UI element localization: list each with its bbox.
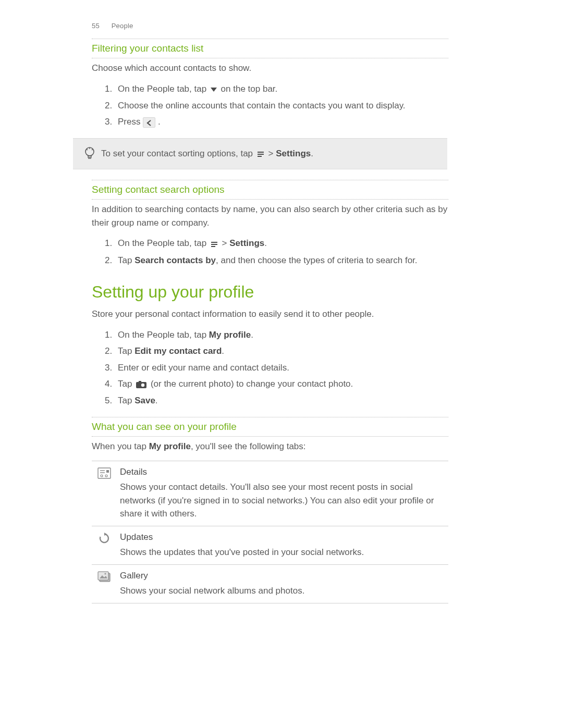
table-row: Details Shows your contact details. You'… bbox=[92, 461, 448, 526]
divider bbox=[92, 180, 448, 180]
step: On the People tab, tap > Settings. bbox=[115, 237, 448, 250]
filtering-steps: On the People tab, tap on the top bar. C… bbox=[92, 82, 448, 129]
svg-rect-13 bbox=[98, 468, 111, 478]
step: Tap Edit my contact card. bbox=[115, 344, 448, 358]
svg-rect-11 bbox=[139, 381, 141, 382]
tip-box: To set your contact sorting options, tap… bbox=[73, 138, 447, 169]
menu-icon bbox=[210, 237, 218, 251]
svg-point-23 bbox=[104, 573, 106, 575]
step: Tap Save. bbox=[115, 394, 448, 408]
lightbulb-icon bbox=[78, 146, 101, 162]
camera-icon bbox=[136, 378, 147, 391]
page-number: 55 bbox=[92, 22, 100, 30]
divider bbox=[92, 417, 448, 417]
profile-intro: Store your personal contact information … bbox=[92, 307, 448, 321]
tab-desc: Shows your social network albums and pho… bbox=[120, 586, 304, 596]
back-key-icon bbox=[143, 117, 155, 128]
step: Tap Search contacts by, and then choose … bbox=[115, 254, 448, 267]
table-row: Gallery Shows your social network albums… bbox=[92, 564, 448, 603]
divider bbox=[92, 199, 448, 200]
step: Press . bbox=[115, 115, 448, 129]
chapter-name: People bbox=[112, 22, 133, 30]
step: Tap (or the current photo) to change you… bbox=[115, 377, 448, 391]
settings-label: Settings bbox=[276, 149, 311, 158]
manual-page: 55 People Filtering your contacts list C… bbox=[0, 0, 563, 728]
divider bbox=[92, 58, 448, 58]
updates-icon bbox=[92, 526, 117, 564]
details-icon bbox=[92, 461, 117, 526]
divider bbox=[92, 436, 448, 437]
divider bbox=[92, 39, 448, 39]
profile-tabs-table: Details Shows your contact details. You'… bbox=[92, 461, 448, 603]
svg-rect-2 bbox=[88, 156, 91, 157]
whatsee-title: What you can see on your profile bbox=[92, 419, 448, 435]
svg-rect-16 bbox=[106, 470, 109, 473]
step: On the People tab, tap My profile. bbox=[115, 328, 448, 342]
svg-point-17 bbox=[101, 475, 103, 477]
step: Enter or edit your name and contact deta… bbox=[115, 361, 448, 375]
tab-desc: Shows the updates that you've posted in … bbox=[120, 547, 364, 557]
step: On the People tab, tap on the top bar. bbox=[115, 82, 448, 96]
tab-name: Details bbox=[120, 465, 445, 479]
filtering-title: Filtering your contacts list bbox=[92, 41, 448, 56]
table-row: Updates Shows the updates that you've po… bbox=[92, 526, 448, 564]
step: Choose the online accounts that contain … bbox=[115, 99, 448, 113]
svg-marker-0 bbox=[211, 88, 217, 92]
svg-point-18 bbox=[105, 475, 107, 477]
tab-desc: Shows your contact details. You'll also … bbox=[120, 482, 434, 519]
svg-point-12 bbox=[141, 384, 144, 387]
dropdown-triangle-icon bbox=[210, 82, 217, 96]
profile-steps: On the People tab, tap My profile. Tap E… bbox=[92, 328, 448, 408]
filtering-intro: Choose which account contacts to show. bbox=[92, 61, 448, 75]
svg-rect-21 bbox=[98, 572, 108, 580]
tab-name: Updates bbox=[120, 530, 445, 544]
search-intro: In addition to searching contacts by nam… bbox=[92, 203, 448, 229]
whatsee-intro: When you tap My profile, you'll see the … bbox=[92, 440, 448, 453]
gallery-icon bbox=[92, 564, 117, 603]
profile-heading: Setting up your profile bbox=[92, 279, 448, 304]
tip-text: To set your contact sorting options, tap… bbox=[101, 147, 442, 161]
menu-icon bbox=[256, 147, 265, 161]
search-title: Setting contact search options bbox=[92, 182, 448, 198]
search-steps: On the People tab, tap > Settings. Tap S… bbox=[92, 237, 448, 267]
page-header: 55 People bbox=[92, 21, 448, 39]
tab-name: Gallery bbox=[120, 569, 445, 583]
